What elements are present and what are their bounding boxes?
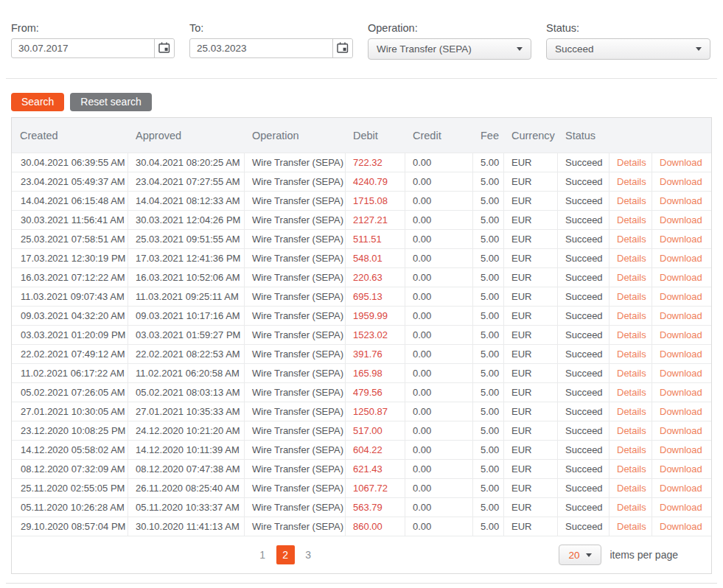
details-link[interactable]: Details (617, 176, 646, 187)
cell-fee: 5.00 (472, 153, 503, 172)
column-header: Currency (503, 118, 557, 153)
details-link[interactable]: Details (617, 272, 646, 283)
column-header: Credit (405, 118, 472, 153)
details-link[interactable]: Details (617, 349, 646, 360)
cell-download: Download (652, 267, 711, 287)
cell-created: 22.02.2021 07:49:12 AM (12, 344, 128, 363)
reset-search-button[interactable]: Reset search (70, 93, 151, 111)
cell-status: Succeed (557, 248, 609, 267)
cell-approved: 11.03.2021 09:25:11 AM (128, 287, 244, 306)
to-calendar-button[interactable] (332, 39, 352, 57)
cell-debit: 4240.79 (345, 172, 405, 191)
download-link[interactable]: Download (660, 176, 702, 187)
cell-fee: 5.00 (472, 382, 503, 402)
details-link[interactable]: Details (617, 291, 646, 302)
details-link[interactable]: Details (617, 425, 646, 436)
cell-debit: 860.00 (345, 517, 405, 536)
filter-from: From: (11, 22, 175, 60)
cell-fee: 5.00 (472, 517, 503, 536)
details-link[interactable]: Details (617, 368, 646, 379)
details-link[interactable]: Details (617, 463, 646, 475)
details-link[interactable]: Details (617, 157, 646, 168)
download-link[interactable]: Download (660, 444, 702, 455)
download-link[interactable]: Download (660, 234, 702, 245)
download-link[interactable]: Download (660, 502, 702, 513)
cell-status: Succeed (557, 325, 609, 344)
page-button-2-active[interactable]: 2 (276, 545, 295, 564)
download-link[interactable]: Download (660, 387, 702, 398)
cell-fee: 5.00 (472, 497, 503, 517)
download-link[interactable]: Download (660, 483, 702, 494)
download-link[interactable]: Download (660, 310, 702, 321)
details-link[interactable]: Details (617, 329, 646, 340)
to-date-input[interactable] (189, 38, 353, 58)
details-link[interactable]: Details (617, 214, 646, 225)
cell-credit: 0.00 (405, 210, 472, 229)
details-link[interactable]: Details (617, 234, 646, 245)
cell-currency: EUR (503, 153, 557, 172)
cell-details: Details (609, 287, 652, 306)
download-link[interactable]: Download (660, 406, 702, 417)
download-link[interactable]: Download (660, 425, 702, 436)
details-link[interactable]: Details (617, 387, 646, 398)
cell-fee: 5.00 (472, 267, 503, 287)
download-link[interactable]: Download (660, 157, 702, 168)
operation-select-value: Wire Transfer (SEPA) (377, 43, 472, 55)
cell-debit: 621.43 (345, 459, 405, 478)
cell-status: Succeed (557, 497, 609, 517)
table-row: 09.03.2021 04:32:20 AM09.03.2021 10:17:1… (12, 306, 711, 325)
download-link[interactable]: Download (660, 463, 702, 475)
cell-operation: Wire Transfer (SEPA) (244, 421, 345, 440)
details-link[interactable]: Details (617, 521, 646, 532)
details-link[interactable]: Details (617, 195, 646, 206)
download-link[interactable]: Download (660, 291, 702, 302)
cell-created: 16.03.2021 07:12:22 AM (12, 267, 128, 287)
table-row: 30.03.2021 11:56:41 AM30.03.2021 12:04:2… (12, 210, 711, 229)
download-link[interactable]: Download (660, 195, 702, 206)
cell-approved: 27.01.2021 10:35:33 AM (128, 402, 244, 421)
cell-download: Download (652, 287, 711, 306)
cell-fee: 5.00 (472, 363, 503, 382)
actions-bar: Search Reset search (0, 79, 723, 111)
cell-currency: EUR (503, 287, 557, 306)
cell-approved: 11.02.2021 06:20:58 AM (128, 363, 244, 382)
cell-details: Details (609, 421, 652, 440)
cell-credit: 0.00 (405, 478, 472, 497)
download-link[interactable]: Download (660, 329, 702, 340)
download-link[interactable]: Download (660, 272, 702, 283)
from-date-input[interactable] (11, 38, 175, 58)
download-link[interactable]: Download (660, 349, 702, 360)
details-link[interactable]: Details (617, 502, 646, 513)
cell-debit: 1067.72 (345, 478, 405, 497)
page-button-3[interactable]: 3 (299, 545, 318, 564)
bottom-divider (6, 583, 717, 584)
per-page-select[interactable]: 20 (559, 545, 601, 565)
details-link[interactable]: Details (617, 444, 646, 455)
cell-download: Download (652, 421, 711, 440)
cell-debit: 1715.08 (345, 191, 405, 210)
operation-label: Operation: (368, 22, 531, 34)
cell-download: Download (652, 191, 711, 210)
cell-currency: EUR (503, 402, 557, 421)
cell-created: 30.04.2021 06:39:55 AM (12, 153, 128, 172)
details-link[interactable]: Details (617, 406, 646, 417)
from-calendar-button[interactable] (154, 39, 174, 57)
cell-currency: EUR (503, 421, 557, 440)
cell-fee: 5.00 (472, 287, 503, 306)
search-button[interactable]: Search (11, 93, 64, 111)
cell-status: Succeed (557, 287, 609, 306)
download-link[interactable]: Download (660, 214, 702, 225)
cell-currency: EUR (503, 306, 557, 325)
page-button-1[interactable]: 1 (254, 545, 272, 564)
cell-currency: EUR (503, 363, 557, 382)
details-link[interactable]: Details (617, 483, 646, 494)
details-link[interactable]: Details (617, 310, 646, 321)
download-link[interactable]: Download (660, 521, 702, 532)
status-select[interactable]: Succeed (546, 38, 710, 60)
table-row: 17.03.2021 12:30:19 PM17.03.2021 12:41:3… (12, 248, 711, 267)
download-link[interactable]: Download (660, 368, 702, 379)
download-link[interactable]: Download (660, 253, 702, 264)
operation-select[interactable]: Wire Transfer (SEPA) (368, 38, 531, 60)
cell-debit: 517.00 (345, 421, 405, 440)
details-link[interactable]: Details (617, 253, 646, 264)
